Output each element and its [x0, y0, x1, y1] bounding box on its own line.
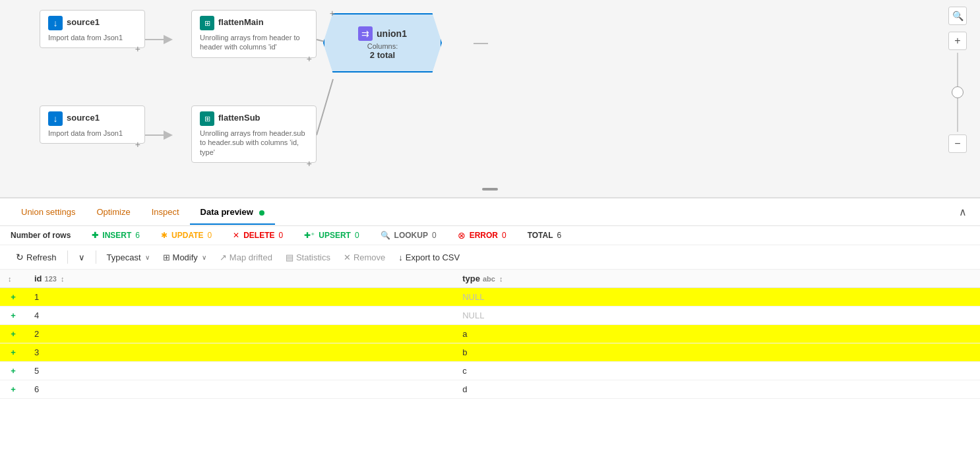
plus-icon: + — [954, 35, 960, 47]
flatten-main-add[interactable]: + — [307, 53, 312, 64]
upsert-stat: ✚⁺ UPSERT 0 — [304, 231, 359, 240]
map-drifted-icon: ↗ — [220, 252, 227, 262]
search-icon: 🔍 — [952, 11, 964, 21]
id-sort-icon: ↕ — [61, 275, 65, 283]
total-label: TOTAL — [528, 231, 553, 240]
sort-icon: ↕ — [8, 275, 12, 283]
modify-icon: ⊞ — [163, 252, 170, 262]
remove-button[interactable]: ✕ Remove — [338, 250, 390, 265]
export-button[interactable]: ↓ Export to CSV — [393, 250, 465, 265]
insert-label: INSERT — [102, 231, 131, 240]
table-row: +5c — [0, 362, 980, 380]
source1-bottom-add[interactable]: + — [135, 139, 140, 150]
error-icon: ⊗ — [458, 230, 466, 241]
error-stat: ⊗ ERROR 0 — [458, 230, 506, 241]
flatten-sub-icon: ⊞ — [200, 111, 214, 126]
union1-title: union1 — [377, 28, 407, 39]
add-row-icon[interactable]: + — [11, 310, 16, 320]
refresh-button[interactable]: ↻ Refresh — [11, 249, 62, 265]
source1-bottom-node[interactable]: ↓ source1 Import data from Json1 + — [40, 105, 145, 144]
flatten-sub-node[interactable]: ⊞ flattenSub Unrolling arrays from heade… — [191, 105, 317, 163]
lookup-value: 0 — [432, 231, 437, 240]
modify-button[interactable]: ⊞ Modify ∨ — [158, 250, 212, 265]
collapse-handle[interactable] — [482, 188, 498, 191]
th-type[interactable]: type abc ↕ — [454, 270, 980, 288]
error-label: ERROR — [470, 231, 498, 240]
union1-add-right[interactable]: + — [330, 8, 335, 18]
add-row-icon[interactable]: + — [11, 347, 16, 357]
tab-optimize[interactable]: Optimize — [86, 199, 140, 225]
upsert-value: 0 — [355, 231, 359, 240]
rows-stat: Number of rows — [11, 231, 71, 240]
update-value: 0 — [208, 231, 212, 240]
flatten-main-title: flattenMain — [218, 17, 264, 27]
add-row-icon[interactable]: + — [11, 384, 16, 394]
total-value: 6 — [557, 231, 562, 240]
union1-icon: ⇉ — [358, 26, 373, 41]
id-type-badge: 123 — [45, 275, 57, 283]
modify-arrow-icon: ∨ — [202, 254, 206, 261]
cell-type: d — [454, 380, 980, 399]
id-col-label: id — [34, 274, 42, 283]
stats-bar: Number of rows ✚ INSERT 6 ✱ UPDATE 0 ✕ D… — [0, 226, 980, 245]
update-icon: ✱ — [161, 231, 168, 240]
th-id[interactable]: id 123 ↕ — [26, 270, 454, 288]
map-drifted-button[interactable]: ↗ Map drifted — [214, 250, 278, 265]
source1-top-icon: ↓ — [48, 16, 63, 30]
search-button[interactable]: 🔍 — [948, 7, 967, 25]
upsert-icon: ✚⁺ — [304, 231, 315, 240]
minus-icon: − — [954, 138, 960, 150]
type-col-label: type — [462, 274, 480, 283]
update-stat: ✱ UPDATE 0 — [161, 231, 212, 240]
zoom-out-button[interactable]: − — [948, 134, 967, 153]
delete-icon: ✕ — [233, 231, 239, 240]
source1-top-add[interactable]: + — [135, 44, 140, 54]
typecast-button[interactable]: Typecast ∨ — [102, 250, 155, 265]
collapse-panel-button[interactable]: ∧ — [956, 203, 969, 221]
source1-top-node[interactable]: ↓ source1 Import data from Json1 + — [40, 10, 145, 48]
zoom-thumb[interactable] — [952, 86, 964, 98]
statistics-button[interactable]: ▤ Statistics — [280, 250, 336, 265]
tabs-bar: Union settings Optimize Inspect Data pre… — [0, 198, 980, 226]
insert-value: 6 — [135, 231, 140, 240]
toolbar-divider-2 — [96, 251, 96, 264]
add-row-icon[interactable]: + — [11, 292, 16, 302]
tab-data-preview[interactable]: Data preview — [190, 199, 276, 225]
upsert-label: UPSERT — [319, 231, 351, 240]
tab-union-settings[interactable]: Union settings — [11, 199, 86, 225]
add-row-icon[interactable]: + — [11, 329, 16, 339]
update-label: UPDATE — [171, 231, 203, 240]
add-row-icon[interactable]: + — [11, 366, 16, 376]
table-header-row: ↕ id 123 ↕ type abc — [0, 270, 980, 288]
th-sort: ↕ — [0, 270, 26, 288]
lookup-stat: 🔍 LOOKUP 0 — [381, 231, 437, 240]
export-icon: ↓ — [398, 252, 403, 262]
union1-columns-value: 2 total — [370, 50, 395, 60]
table-body: +1NULL+4NULL+2a+3b+5c+6d — [0, 288, 980, 399]
rows-label: Number of rows — [11, 231, 71, 240]
table-row: +2a — [0, 325, 980, 343]
cell-id: 1 — [26, 288, 454, 307]
chevron-down-icon: ∨ — [78, 252, 85, 262]
zoom-slider[interactable] — [957, 53, 958, 132]
tab-inspect[interactable]: Inspect — [141, 199, 190, 225]
tabs-left: Union settings Optimize Inspect Data pre… — [11, 199, 275, 225]
union1-columns-label: Columns: — [367, 42, 398, 50]
total-stat: TOTAL 6 — [528, 231, 562, 240]
lookup-icon: 🔍 — [381, 231, 390, 240]
dropdown-button[interactable]: ∨ — [73, 250, 90, 265]
svg-marker-1 — [164, 35, 173, 44]
zoom-in-button[interactable]: + — [948, 32, 967, 50]
insert-stat: ✚ INSERT 6 — [92, 231, 140, 240]
flatten-sub-add[interactable]: + — [307, 158, 312, 169]
bottom-panel: Union settings Optimize Inspect Data pre… — [0, 198, 980, 399]
delete-label: DELETE — [243, 231, 274, 240]
source1-bottom-icon: ↓ — [48, 111, 63, 126]
cell-type: NULL — [454, 288, 980, 307]
table-row: +3b — [0, 343, 980, 362]
flatten-main-node[interactable]: ⊞ flattenMain Unrolling arrays from head… — [191, 10, 317, 58]
flatten-sub-desc: Unrolling arrays from header.sub to head… — [200, 129, 308, 157]
error-value: 0 — [502, 231, 506, 240]
table-row: +1NULL — [0, 288, 980, 307]
type-sort-icon: ↕ — [499, 275, 503, 283]
